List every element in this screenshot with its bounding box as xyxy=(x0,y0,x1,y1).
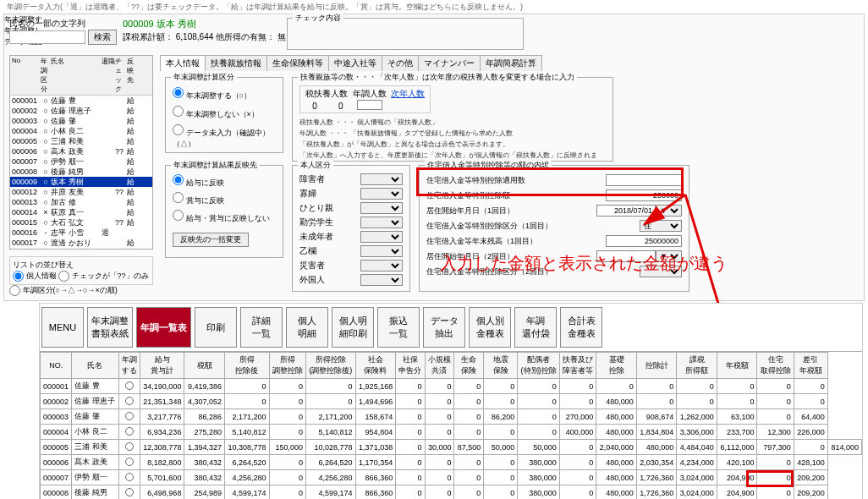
col-header: 社保申告分 xyxy=(396,353,425,379)
employee-list-header: No 年調 区分 氏名 退職 チェック 反映先 xyxy=(10,56,152,96)
highlight-box-table xyxy=(746,470,794,487)
toolbar-btn-2[interactable]: 年調一覧表 xyxy=(136,307,191,348)
tab-2[interactable]: 生命保険料等 xyxy=(266,55,329,71)
honnin-select[interactable] xyxy=(360,173,403,185)
employee-row[interactable]: 000016-志平 小雪退 xyxy=(10,228,152,238)
employee-row[interactable]: 000017○渡邊 かおり給 xyxy=(10,238,152,248)
tab-5[interactable]: マイナンバー xyxy=(418,55,481,71)
col-header: 控除計 xyxy=(636,353,677,379)
table-row[interactable]: 000002佐藤 理恵子21,351,3484,307,0520001,494,… xyxy=(41,394,862,409)
reflect-batch-button[interactable]: 反映先の一括変更 xyxy=(173,233,249,247)
jutaku-kubun1-select[interactable]: 住 xyxy=(640,220,682,232)
table-row[interactable]: 000001佐藤 豊34,190,0009,419,3860001,925,16… xyxy=(41,379,862,394)
employee-row[interactable]: 000001○佐藤 豊給 xyxy=(10,96,152,106)
reflect-r2[interactable]: 賞与に反映 xyxy=(173,192,276,206)
employee-row[interactable]: 000004○小林 良二給 xyxy=(10,126,152,136)
reflect-r1[interactable]: 給与に反映 xyxy=(173,174,276,189)
table-row[interactable]: 000003佐藤 肇3,217,77686,2862,171,20002,171… xyxy=(41,409,862,425)
honnin-select[interactable] xyxy=(360,202,403,214)
table-row[interactable]: 000008後藤 純男6,498,968254,9894,599,17404,5… xyxy=(41,485,862,500)
toolbar-btn-8[interactable]: データ抽出 xyxy=(423,307,465,348)
col-header: 所得調整控除 xyxy=(269,353,305,379)
col-header: 差引年税額 xyxy=(794,353,827,379)
toolbar-btn-1[interactable]: 年末調整書類表紙 xyxy=(87,307,133,348)
table-row[interactable]: 000005三浦 和美12,308,7781,394,32710,308,778… xyxy=(41,440,862,455)
sort-opt1[interactable]: 個人情報 xyxy=(13,271,57,280)
calc-r3[interactable]: データ未入力（確認中）（△） xyxy=(173,124,276,150)
tab-3[interactable]: 中途入社等 xyxy=(328,55,382,71)
toolbar-btn-11[interactable]: 合計表金種表 xyxy=(560,307,602,348)
table-row[interactable]: 000006髙木 政美8,182,800380,4326,264,52006,2… xyxy=(41,455,862,470)
header-detail: 課税累計額： 6,108,644 他所得の有無： 無 xyxy=(123,31,286,43)
jutaku-zan1-input[interactable] xyxy=(606,235,682,247)
toolbar-btn-7[interactable]: 振込一覧 xyxy=(377,307,420,348)
employee-row[interactable]: 000002○佐藤 理恵子給 xyxy=(10,106,152,116)
col-header: 年税額 xyxy=(717,353,757,379)
employee-row[interactable]: 000009○坂本 秀樹給 xyxy=(10,177,152,187)
toolbar-btn-6[interactable]: 個人明細印刷 xyxy=(332,307,374,348)
table-row[interactable]: 000007伊勢 順一5,701,600380,4324,256,28004,2… xyxy=(41,470,862,485)
col-header: 年調する xyxy=(118,353,140,379)
next-year-input[interactable] xyxy=(357,100,382,110)
table-row[interactable]: 000004小林 良二6,934,236275,2805,140,81205,1… xyxy=(41,425,862,440)
next-year-link[interactable]: 次年人数 xyxy=(391,89,425,98)
toolbar-btn-5[interactable]: 個人明細 xyxy=(286,307,328,348)
calc-r1[interactable]: 年末調整する（○） xyxy=(173,87,276,101)
tab-1[interactable]: 扶養親族情報 xyxy=(205,55,267,71)
toolbar-btn-0[interactable]: MENU xyxy=(41,307,84,348)
toolbar-btn-10[interactable]: 年調還付袋 xyxy=(514,307,557,348)
employee-row[interactable]: 000007○伊勢 順一給 xyxy=(10,156,152,167)
col-header: 税額 xyxy=(184,353,225,379)
toolbar-btn-3[interactable]: 印刷 xyxy=(195,307,237,348)
col-header: 氏名 xyxy=(72,353,118,379)
employee-row[interactable]: 000008○後藤 純男給 xyxy=(10,167,152,177)
honnin-select[interactable] xyxy=(360,231,403,243)
tab-bar: 本人情報扶養親族情報生命保険料等中途入社等その他マイナンバー年調簡易計算 xyxy=(160,55,541,71)
sort-opt2[interactable]: チェックが「??」のみ xyxy=(58,271,149,280)
header-id-name: 000009 坂本 秀樹 xyxy=(123,18,196,30)
employee-row[interactable]: 000012○井原 友美??給 xyxy=(10,187,152,197)
jutaku-date1-select[interactable]: ▼ xyxy=(656,205,682,217)
annotation-text: 入力した金額と表示された金額が違う xyxy=(440,252,728,275)
check-legend: チェック内容 xyxy=(293,13,343,24)
col-header: 所得控除(調整控除後) xyxy=(305,353,355,379)
employee-row[interactable]: 000014×荻原 真一給 xyxy=(10,207,152,217)
toolbar-btn-9[interactable]: 個人別金種表 xyxy=(469,307,511,348)
highlight-box-input xyxy=(416,167,684,196)
employee-row[interactable]: 000013○加古 修給 xyxy=(10,197,152,207)
col-header: 地震保険 xyxy=(484,353,518,379)
jutaku-date1-input[interactable] xyxy=(596,205,656,217)
fuyou-fieldset: 扶養親族等の数・・・「次年人数」は次年度の税扶養人数を変更する場合に入力 税扶養… xyxy=(292,77,613,162)
employee-list[interactable]: No 年調 区分 氏名 退職 チェック 反映先 000001○佐藤 豊給0000… xyxy=(9,55,153,250)
honnin-select[interactable] xyxy=(360,274,403,286)
toolbar-btn-4[interactable]: 詳細一覧 xyxy=(240,307,283,348)
col-header: 住宅取得控除 xyxy=(757,353,794,379)
search-box: 氏名の一部の文字列 検索 xyxy=(9,18,117,45)
reflect-fieldset: 年末調整計算結果反映先 給与に反映 賞与に反映 給与・賞与に反映しない 反映先の… xyxy=(165,165,283,258)
employee-row[interactable]: 000006○高木 政美??給 xyxy=(10,146,152,156)
search-input[interactable] xyxy=(9,30,85,44)
calc-r2[interactable]: 年末調整しない（×） xyxy=(173,106,276,120)
col-header: 配偶者(特別)控除 xyxy=(518,353,560,379)
col-header: 扶養及び障害者等 xyxy=(559,353,596,379)
search-button[interactable]: 検索 xyxy=(88,30,117,45)
employee-row[interactable]: 000005○三浦 和美給 xyxy=(10,136,152,146)
sort-kubun[interactable]: 年調区分(○→△→○→×の順) xyxy=(9,286,118,294)
reflect-r3[interactable]: 給与・賞与に反映しない xyxy=(173,210,276,224)
honnin-select[interactable] xyxy=(360,260,403,271)
employee-row[interactable]: 000015○大石 弘文??給 xyxy=(10,217,152,228)
employee-row[interactable]: 000003○佐藤 肇給 xyxy=(10,116,152,126)
col-header: 給与賞与計 xyxy=(140,353,184,379)
check-content-fieldset: チェック内容 xyxy=(287,18,524,50)
tab-6[interactable]: 年調簡易計算 xyxy=(480,55,542,71)
honnin-select[interactable] xyxy=(360,188,403,200)
nencho-table: NO.氏名年調する給与賞与計税額所得控除後所得調整控除所得控除(調整控除後)社会… xyxy=(40,352,862,499)
honnin-select[interactable] xyxy=(360,245,403,257)
employee-row[interactable]: 000018×西 浩司給 xyxy=(10,248,152,250)
upper-panel: 氏名の一部の文字列 検索 000009 坂本 秀樹 課税累計額： 6,108,6… xyxy=(3,14,865,301)
honnin-select[interactable] xyxy=(360,217,403,228)
honnin-fieldset: 本人区分 障害者寡婦ひとり親勤労学生未成年者乙欄災害者外国人 xyxy=(292,165,410,292)
tab-4[interactable]: その他 xyxy=(382,55,419,71)
search-label: 氏名の一部の文字列 xyxy=(9,19,85,28)
tab-0[interactable]: 本人情報 xyxy=(160,55,206,71)
